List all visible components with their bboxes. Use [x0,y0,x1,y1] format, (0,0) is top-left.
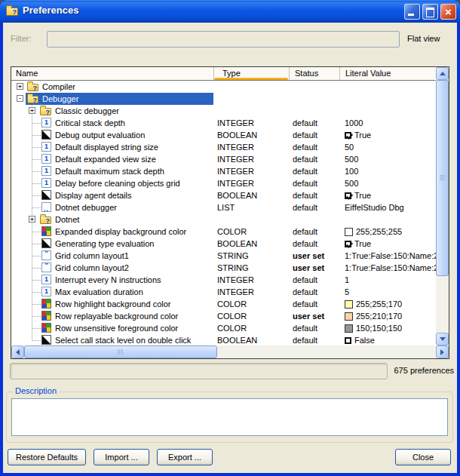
flat-view-toggle[interactable]: Flat view [407,34,440,43]
pref-value-cell [339,105,436,117]
vertical-scrollbar[interactable] [436,67,449,345]
expand-plus-icon[interactable]: + [29,107,35,114]
pref-value-text: 500 [345,153,358,165]
tree-row-category[interactable]: +Classic debugger [11,105,436,117]
tree-row-category[interactable]: +Compiler [11,81,436,93]
pref-value-text: 150;150;150 [356,322,402,334]
pref-status-label: default [289,298,339,310]
color-type-icon [41,299,51,309]
checkbox-unchecked-icon[interactable] [345,337,351,344]
pref-value-cell: 255;210;170 [339,310,436,322]
tree-row-preference[interactable]: 1Default maximum stack depthINTEGERdefau… [11,165,436,177]
tree-row-preference[interactable]: "Grid column layout1STRINGuser set1:True… [11,250,436,262]
checkbox-checked-icon[interactable] [345,241,351,247]
pref-status-label: user set [289,250,339,262]
column-header-type[interactable]: Type [213,67,289,80]
pref-value-text: 1:True:False:150:Name:2: [345,250,436,262]
pref-name-label: Row highlight background color [55,298,170,310]
close-button[interactable]: Close [395,449,451,465]
preference-count-label: 675 preferences [394,366,455,375]
tree-row-category[interactable]: -Debugger [11,93,436,105]
integer-type-icon: 1 [41,287,51,296]
import-button[interactable]: Import ... [94,449,149,465]
column-header-status[interactable]: Status [289,67,339,80]
pref-value-text: 255;255;170 [356,298,402,310]
vertical-scroll-thumb[interactable] [436,80,449,276]
tree-line [32,159,41,160]
pref-value-text: 1 [345,274,349,286]
tree-row-preference[interactable]: Generating type evaluationBOOLEANdefault… [11,238,436,250]
pref-status-label [289,213,339,226]
tree-row-preference[interactable]: Debug output evaluationBOOLEANdefaultTru… [11,129,436,141]
pref-status-label: default [289,153,339,165]
pref-value-cell: 1000 [339,117,436,129]
tree-row-preference[interactable]: 1Default expanded view sizeINTEGERdefaul… [11,153,436,165]
collapse-minus-icon[interactable]: - [17,95,23,102]
expand-plus-icon[interactable]: + [29,216,35,223]
tree-row-category[interactable]: +Dotnet [11,213,436,226]
column-header-name[interactable]: Name [11,67,213,80]
description-label: Description [13,386,59,395]
tree-row-preference[interactable]: "Grid column layout2STRINGuser set1:True… [11,262,436,274]
horizontal-scrollbar[interactable] [11,345,449,358]
folder-question-icon [6,8,18,16]
checkbox-checked-icon[interactable] [345,192,351,199]
preferences-window: Preferences Filter: Flat view Name Type … [0,0,460,476]
pref-type-label [213,81,289,93]
tree-row-preference[interactable]: Expanded display background colorCOLORde… [11,226,436,238]
tree-row-preference[interactable]: Row replayable background colorCOLORuser… [11,310,436,322]
pref-name-label: Delay before cleaning objects grid [55,177,180,189]
grid-header: Name Type Status Literal Value [11,67,436,81]
maximize-icon[interactable] [422,4,438,20]
scroll-up-icon[interactable] [436,67,449,80]
tree-row-preference[interactable]: Display agent detailsBOOLEANdefaultTrue [11,189,436,201]
filter-label: Filter: [11,34,32,43]
description-textarea[interactable] [11,398,448,436]
pref-value-cell: 255;255;255 [339,226,436,238]
tree-row-preference[interactable]: Row unsensitive foreground colorCOLORdef… [11,322,436,334]
pref-value-text: 100 [345,165,358,177]
pref-status-label [289,93,339,105]
pref-name-label: Debugger [42,93,78,105]
pref-name-label: Max evaluation duration [55,286,143,298]
tree-row-preference[interactable]: 1Critical stack depthINTEGERdefault1000 [11,117,436,129]
filter-input[interactable] [47,31,400,48]
scroll-right-icon[interactable] [436,345,449,358]
column-header-literal-value[interactable]: Literal Value [339,67,436,80]
restore-defaults-button[interactable]: Restore Defaults [8,449,86,465]
name-cell: 1Interrupt every N instructions [11,274,213,286]
close-icon[interactable] [440,4,456,20]
pref-status-label: default [289,141,339,153]
title-bar[interactable]: Preferences [0,0,460,23]
name-cell: 1Delay before cleaning objects grid [11,177,213,189]
tree-row-preference[interactable]: ..Dotnet debuggerLISTdefaultEiffelStudio… [11,201,436,213]
pref-name-label: Classic debugger [55,105,119,117]
tree-row-preference[interactable]: 1Default displayed string sizeINTEGERdef… [11,141,436,153]
pref-value-cell: 1:True:False:150:Name:2: [339,262,436,274]
pref-value-text: 500 [345,177,358,189]
export-button[interactable]: Export ... [157,449,213,465]
tree-line [32,256,41,256]
pref-value-cell: 100 [339,165,436,177]
tree-row-preference[interactable]: Select call stack level on double clickB… [11,334,436,345]
tree-line [32,316,41,317]
scroll-down-icon[interactable] [436,333,449,345]
tree-line [32,195,41,196]
name-cell: 1Default maximum stack depth [11,165,213,177]
folder-icon [40,108,51,115]
tree-line [32,292,41,293]
tree-row-preference[interactable]: 1Interrupt every N instructionsINTEGERde… [11,274,436,286]
preferences-grid: Name Type Status Literal Value +Compiler… [11,66,449,359]
expand-plus-icon[interactable]: + [17,83,23,90]
tree-row-preference[interactable]: 1Max evaluation durationINTEGERdefault5 [11,286,436,298]
tree-row-preference[interactable]: 1Delay before cleaning objects gridINTEG… [11,177,436,189]
status-field [10,363,388,379]
pref-type-label: INTEGER [213,177,289,189]
tree-row-preference[interactable]: Row highlight background colorCOLORdefau… [11,298,436,310]
scroll-left-icon[interactable] [11,345,24,358]
minimize-icon[interactable] [404,4,420,20]
horizontal-scroll-thumb[interactable] [24,345,217,358]
checkbox-checked-icon[interactable] [345,132,351,139]
tree-line [32,268,41,269]
pref-status-label: default [289,129,339,141]
